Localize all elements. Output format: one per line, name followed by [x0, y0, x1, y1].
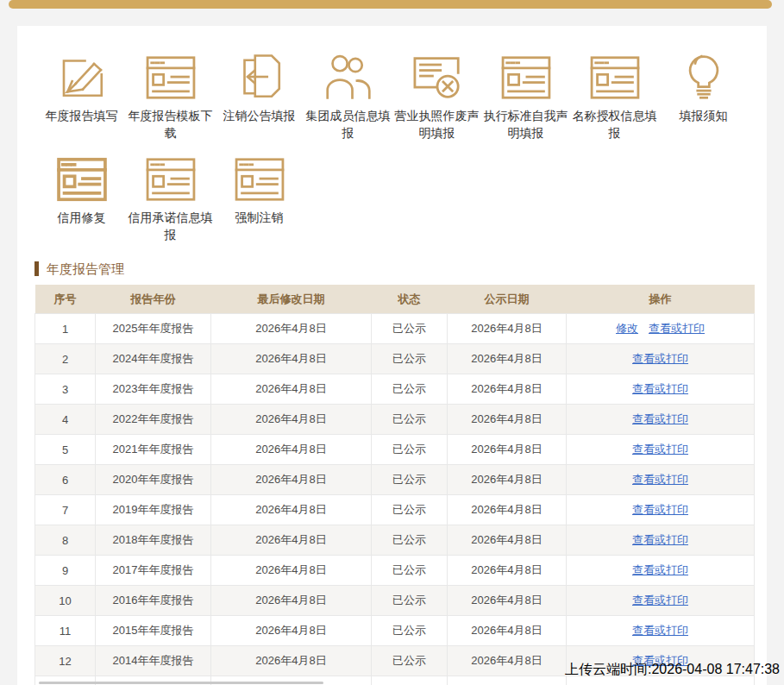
table-row: 62020年年度报告2026年4月8日已公示2026年4月8日查看或打印 [35, 465, 755, 495]
table-cell-modified: 2026年4月8日 [211, 525, 372, 556]
view-or-print-link[interactable]: 查看或打印 [632, 412, 688, 425]
main-panel: 年度报告填写 年度报告模板下载 注销公告填报 集团成员信息填报 营业执照作废声明… [17, 26, 767, 685]
modify-link[interactable]: 修改 [616, 322, 638, 335]
edit-square-icon [58, 50, 106, 100]
quick-action-item[interactable]: 营业执照作废声明填报 [392, 50, 481, 152]
quick-action-item[interactable]: 集团成员信息填报 [304, 50, 392, 152]
table-cell-modified: 2026年4月8日 [211, 405, 372, 435]
quick-action-item[interactable]: 信用修复 [37, 152, 126, 254]
table-cell-status: 已公示 [372, 435, 448, 465]
table-cell-status: 已公示 [372, 525, 448, 556]
table-cell-status: 已公示 [372, 495, 448, 525]
table-cell-no: 7 [35, 495, 96, 525]
quick-action-label: 信用承诺信息填报 [127, 209, 215, 243]
template-download-icon [145, 50, 197, 100]
table-cell-year: 2014年年度报告 [96, 646, 211, 676]
view-or-print-link[interactable]: 查看或打印 [632, 352, 688, 365]
table-cell-no: 1 [35, 314, 96, 344]
table-row: 12025年年度报告2026年4月8日已公示2026年4月8日修改查看或打印 [35, 314, 755, 344]
table-cell-published: 2026年4月8日 [448, 374, 567, 405]
quick-action-item[interactable]: 年度报告填写 [37, 50, 126, 152]
quick-action-item[interactable]: 年度报告模板下载 [126, 50, 215, 152]
table-cell-modified: 2026年4月8日 [211, 616, 372, 646]
table-cell-published: 2026年4月8日 [448, 586, 567, 616]
quick-action-item[interactable]: 强制注销 [215, 152, 304, 254]
credit-commitment-icon [145, 152, 197, 202]
table-row: 72019年年度报告2026年4月8日已公示2026年4月8日查看或打印 [35, 495, 755, 525]
table-cell-status: 已公示 [372, 465, 448, 495]
table-cell-status: 已公示 [372, 676, 448, 685]
table-cell-actions: 查看或打印 [567, 495, 755, 525]
quick-action-label: 注销公告填报 [216, 107, 304, 124]
table-cell-no: 6 [35, 465, 96, 495]
table-cell-published: 2026年4月8日 [448, 495, 567, 525]
table-cell-modified: 2026年4月8日 [211, 586, 372, 616]
table-cell-modified: 2026年4月8日 [211, 435, 372, 465]
quick-action-item[interactable]: 填报须知 [659, 50, 748, 152]
table-cell-published: 2026年4月8日 [448, 405, 567, 435]
table-cell-modified: 2026年4月8日 [211, 646, 372, 676]
table-cell-actions: 查看或打印 [567, 465, 755, 495]
top-gold-bar [9, 0, 772, 9]
table-row: 82018年年度报告2026年4月8日已公示2026年4月8日查看或打印 [35, 525, 755, 556]
quick-action-item[interactable]: 名称授权信息填报 [570, 50, 659, 152]
quick-action-item[interactable]: 执行标准自我声明填报 [481, 50, 570, 152]
view-or-print-link[interactable]: 查看或打印 [632, 473, 688, 486]
name-authorization-icon [589, 50, 641, 100]
table-header-cell: 最后修改日期 [211, 285, 372, 314]
table-cell-modified: 2026年4月8日 [211, 344, 372, 374]
view-or-print-link[interactable]: 查看或打印 [632, 563, 688, 576]
table-cell-no: 5 [35, 435, 96, 465]
table-cell-modified: 2026年4月8日 [211, 374, 372, 405]
table-row: 92017年年度报告2026年4月8日已公示2026年4月8日查看或打印 [35, 556, 755, 586]
table-header-cell: 状态 [372, 285, 448, 314]
quick-actions-grid: 年度报告填写 年度报告模板下载 注销公告填报 集团成员信息填报 营业执照作废声明… [37, 50, 755, 254]
table-cell-published: 2026年4月8日 [448, 646, 567, 676]
table-cell-status: 已公示 [372, 556, 448, 586]
forced-cancellation-icon [234, 152, 285, 202]
table-cell-no: 12 [35, 646, 96, 676]
table-cell-status: 已公示 [372, 344, 448, 374]
view-or-print-link[interactable]: 查看或打印 [632, 533, 688, 546]
table-cell-published: 2026年4月8日 [448, 435, 567, 465]
view-or-print-link[interactable]: 查看或打印 [632, 443, 688, 456]
table-cell-modified: 2026年4月8日 [211, 495, 372, 525]
horizontal-scrollbar-thumb[interactable] [39, 682, 323, 684]
annual-report-table: 序号报告年份最后修改日期状态公示日期操作 12025年年度报告2026年4月8日… [34, 285, 755, 685]
view-or-print-link[interactable]: 查看或打印 [632, 624, 688, 637]
cancel-announcement-icon [235, 50, 284, 100]
table-cell-status: 已公示 [372, 586, 448, 616]
annual-report-section-title: 年度报告管理 [34, 261, 124, 276]
table-cell-year: 2017年年度报告 [96, 556, 211, 586]
view-or-print-link[interactable]: 查看或打印 [649, 322, 705, 335]
quick-action-item[interactable]: 注销公告填报 [215, 50, 304, 152]
table-cell-status: 已公示 [372, 374, 448, 405]
table-cell-no: 10 [35, 586, 96, 616]
view-or-print-link[interactable]: 查看或打印 [632, 594, 688, 606]
table-cell-no: 4 [35, 405, 96, 435]
quick-action-label: 年度报告模板下载 [127, 107, 215, 141]
table-cell-actions: 修改查看或打印 [567, 314, 755, 344]
view-or-print-link[interactable]: 查看或打印 [632, 503, 688, 516]
standard-declaration-icon [500, 50, 552, 100]
table-cell-published: 2026年4月8日 [448, 676, 567, 685]
table-cell-year: 2015年年度报告 [96, 616, 211, 646]
notice-bulb-icon [685, 50, 723, 100]
table-cell-published: 2026年4月8日 [448, 616, 567, 646]
quick-action-label: 营业执照作废声明填报 [393, 107, 481, 141]
table-row: 42022年年度报告2026年4月8日已公示2026年4月8日查看或打印 [35, 405, 755, 435]
table-header-cell: 序号 [35, 285, 96, 314]
table-cell-published: 2026年4月8日 [448, 344, 567, 374]
table-header-row: 序号报告年份最后修改日期状态公示日期操作 [35, 285, 755, 314]
table-cell-year: 2020年年度报告 [96, 465, 211, 495]
table-row: 102016年年度报告2026年4月8日已公示2026年4月8日查看或打印 [35, 586, 755, 616]
table-header-cell: 公示日期 [448, 285, 567, 314]
table-cell-no: 3 [35, 374, 96, 405]
table-cell-year: 2019年年度报告 [96, 495, 211, 525]
table-cell-actions: 查看或打印 [567, 374, 755, 405]
table-cell-year: 2025年年度报告 [96, 314, 211, 344]
upload-time-overlay: 上传云端时间:2026-04-08 17:47:38 [565, 661, 780, 679]
quick-action-item[interactable]: 信用承诺信息填报 [126, 152, 215, 254]
quick-action-label: 年度报告填写 [38, 107, 126, 124]
view-or-print-link[interactable]: 查看或打印 [632, 382, 688, 395]
